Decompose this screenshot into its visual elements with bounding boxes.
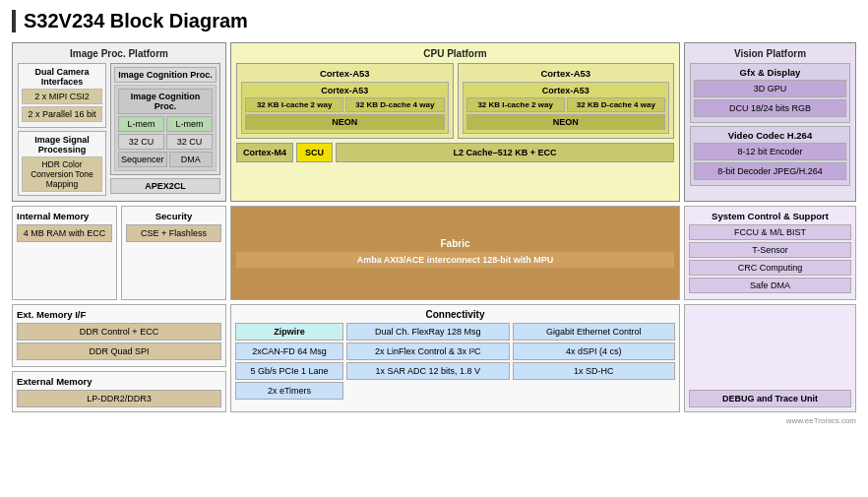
fabric-item: Amba AXI3/ACE interconnect 128-bit with … <box>236 252 674 268</box>
image-signal-processing: Image Signal Processing HDR Color Conver… <box>18 131 106 196</box>
sar-box: 1x SAR ADC 12 bits, 1.8 V <box>346 362 510 380</box>
cortex-a53-inner2: Cortex-A53 32 KB I-cache 2 way 32 KB D-c… <box>463 82 670 134</box>
internal-memory-title: Internal Memory <box>17 211 112 221</box>
security-block: Security CSE + Flashless <box>121 206 226 300</box>
dspi-box: 4x dSPI (4 cs) <box>513 342 676 360</box>
ethernet-box: Gigabit Ethernet Control <box>513 323 676 341</box>
cognition-inner: Image Cognition Proc. L-mem L-mem 32 CU … <box>114 85 217 171</box>
fabric-block: Fabric Amba AXI3/ACE interconnect 128-bi… <box>230 206 680 300</box>
ext-memory-title: External Memory <box>17 376 221 387</box>
ram-box: 4 MB RAM with ECC <box>17 224 112 242</box>
decoder-box: 8-bit Decoder JPEG/H.264 <box>694 162 846 180</box>
fccu-box: FCCU & M/L BIST <box>689 224 851 240</box>
connectivity-block: Connectivity Zipwire 2xCAN-FD 64 Msg 5 G… <box>230 304 680 412</box>
internal-memory-block: Internal Memory 4 MB RAM with ECC <box>12 206 117 300</box>
hdr-block: HDR Color Conversion Tone Mapping <box>22 156 102 192</box>
etimers-box: 2x eTimers <box>235 382 343 400</box>
core1-icache: 32 KB I-cache 2 way <box>245 97 343 112</box>
sequencer: Sequencer <box>118 152 167 167</box>
page-title: S32V234 Block Diagram <box>12 10 856 32</box>
cortex-a53-inner1: Cortex-A53 32 KB I-cache 2 way 32 KB D-c… <box>241 82 449 134</box>
scu: SCU <box>296 143 333 162</box>
pcie-box: 5 Gb/s PCIe 1 Lane <box>235 362 343 380</box>
linflex-box: 2x LinFlex Control & 3x I²C <box>346 342 510 360</box>
camera-interfaces: Dual Camera Interfaces 2 x MIPI CSI2 2 x… <box>18 63 106 128</box>
dcu-box: DCU 18/24 bits RGB <box>694 99 846 117</box>
video-title: Video Codec H.264 <box>694 130 846 141</box>
l2-cache: L2 Cache–512 KB + ECC <box>336 143 674 162</box>
cortex-a53-outer2-label: Cortex-A53 <box>463 68 670 79</box>
gpu-box: 3D GPU <box>694 80 846 97</box>
cortex-a53-outer1-label: Cortex-A53 <box>241 68 449 79</box>
ext-memory-block: External Memory LP-DDR2/DDR3 <box>12 371 226 412</box>
core1-neon: NEON <box>245 114 445 130</box>
dma: DMA <box>169 152 213 167</box>
lmem1: L-mem <box>118 116 164 132</box>
lpddr-box: LP-DDR2/DDR3 <box>17 390 221 407</box>
ddr-quad-box: DDR Quad SPI <box>17 342 221 360</box>
cognition2: Image Cognition Proc. <box>118 89 213 114</box>
img-proc-title: Image Proc. Platform <box>18 48 220 59</box>
cognition-outer: Image Cognition Proc. Image Cognition Pr… <box>110 63 220 175</box>
gfx-title: Gfx & Display <box>694 67 846 78</box>
cpu-title: CPU Platform <box>236 48 674 59</box>
encoder-box: 8-12 bit Encoder <box>694 143 846 160</box>
sdhc-box: 1x SD-HC <box>513 362 676 380</box>
ddr-control-box: DDR Control + ECC <box>17 323 221 341</box>
flexray-box: Dual Ch. FlexRay 128 Msg <box>346 323 510 341</box>
core1-title: Cortex-A53 <box>245 86 445 95</box>
img-proc-platform: Image Proc. Platform Dual Camera Interfa… <box>12 42 226 202</box>
gfx-display: Gfx & Display 3D GPU DCU 18/24 bits RGB <box>690 63 850 123</box>
connectivity-title: Connectivity <box>235 309 675 320</box>
zipwire-box: Zipwire <box>235 323 343 341</box>
lmem2: L-mem <box>166 116 213 132</box>
mipi-csi2: 2 x MIPI CSI2 <box>22 89 102 104</box>
core2-icache: 32 KB I-cache 2 way <box>466 97 565 112</box>
can-box: 2xCAN-FD 64 Msg <box>235 342 343 360</box>
system-control-title: System Control & Support <box>689 211 851 221</box>
cortex-a53-cluster1: Cortex-A53 Cortex-A53 32 KB I-cache 2 wa… <box>236 63 454 139</box>
tsensor-box: T-Sensor <box>689 242 851 258</box>
core2-neon: NEON <box>466 114 666 130</box>
fabric-title: Fabric <box>440 238 469 249</box>
parallel-16bit: 2 x Parallel 16 bit <box>22 106 102 122</box>
cu2: 32 CU <box>166 134 213 150</box>
vision-title: Vision Platform <box>690 48 850 59</box>
cortex-m4: Cortex-M4 <box>236 143 293 162</box>
ext-memory-if-block: Ext. Memory I/F DDR Control + ECC DDR Qu… <box>12 304 226 367</box>
img-signal-title: Image Signal Processing <box>22 135 102 155</box>
safe-dma-box: Safe DMA <box>689 278 851 293</box>
cu1: 32 CU <box>118 134 164 150</box>
watermark: www.eeTronics.com <box>12 416 856 425</box>
cognition1: Image Cognition Proc. <box>114 67 217 83</box>
debug-block: DEBUG and Trace Unit <box>684 304 856 412</box>
cpu-platform: CPU Platform Cortex-A53 Cortex-A53 32 KB… <box>230 42 680 202</box>
cortex-a53-cluster2: Cortex-A53 Cortex-A53 32 KB I-cache 2 wa… <box>458 63 675 139</box>
cpu-bottom-row: Cortex-M4 SCU L2 Cache–512 KB + ECC <box>236 143 674 162</box>
crc-box: CRC Computing <box>689 260 851 276</box>
core2-title: Cortex-A53 <box>466 86 666 95</box>
vision-platform: Vision Platform Gfx & Display 3D GPU DCU… <box>684 42 856 202</box>
video-codec: Video Codec H.264 8-12 bit Encoder 8-bit… <box>690 126 850 186</box>
security-title: Security <box>126 211 221 221</box>
core2-dcache: 32 KB D-cache 4 way <box>567 97 665 112</box>
camera-title: Dual Camera Interfaces <box>22 67 102 87</box>
core1-dcache: 32 KB D-cache 4 way <box>345 97 444 112</box>
system-control-block: System Control & Support FCCU & M/L BIST… <box>684 206 856 300</box>
debug-box: DEBUG and Trace Unit <box>689 390 851 407</box>
cse-box: CSE + Flashless <box>126 224 221 242</box>
ext-memory-if-title: Ext. Memory I/F <box>17 309 221 320</box>
apex2cl: APEX2CL <box>110 178 220 194</box>
